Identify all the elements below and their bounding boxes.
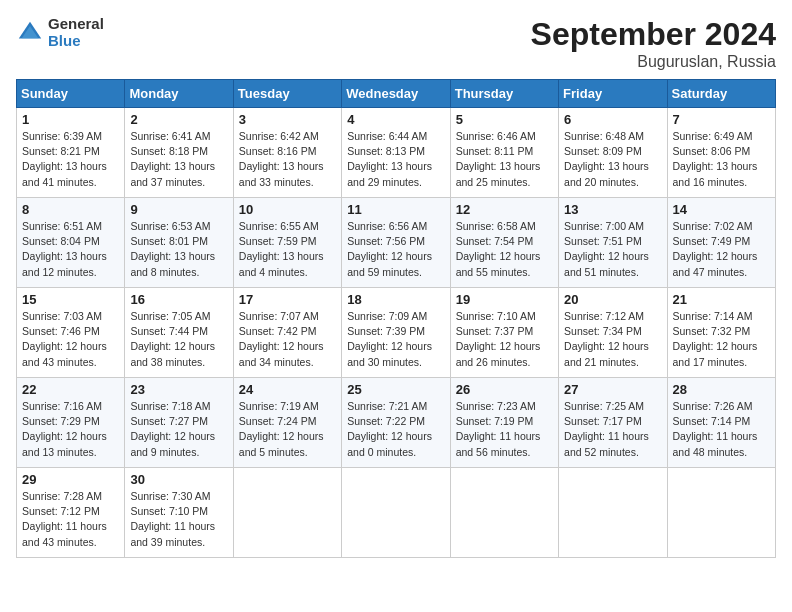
column-header-wednesday: Wednesday	[342, 80, 450, 108]
day-number: 9	[130, 202, 227, 217]
day-detail: Sunrise: 7:02 AMSunset: 7:49 PMDaylight:…	[673, 219, 770, 280]
calendar-day-10: 10Sunrise: 6:55 AMSunset: 7:59 PMDayligh…	[233, 198, 341, 288]
calendar-header-row: SundayMondayTuesdayWednesdayThursdayFrid…	[17, 80, 776, 108]
day-number: 3	[239, 112, 336, 127]
day-number: 15	[22, 292, 119, 307]
page-title: September 2024	[531, 16, 776, 53]
column-header-sunday: Sunday	[17, 80, 125, 108]
calendar-day-16: 16Sunrise: 7:05 AMSunset: 7:44 PMDayligh…	[125, 288, 233, 378]
day-number: 27	[564, 382, 661, 397]
column-header-tuesday: Tuesday	[233, 80, 341, 108]
day-detail: Sunrise: 7:21 AMSunset: 7:22 PMDaylight:…	[347, 399, 444, 460]
calendar-week-row: 1Sunrise: 6:39 AMSunset: 8:21 PMDaylight…	[17, 108, 776, 198]
day-number: 24	[239, 382, 336, 397]
calendar-day-8: 8Sunrise: 6:51 AMSunset: 8:04 PMDaylight…	[17, 198, 125, 288]
day-number: 13	[564, 202, 661, 217]
column-header-friday: Friday	[559, 80, 667, 108]
calendar-day-1: 1Sunrise: 6:39 AMSunset: 8:21 PMDaylight…	[17, 108, 125, 198]
day-number: 26	[456, 382, 553, 397]
day-number: 6	[564, 112, 661, 127]
day-detail: Sunrise: 7:28 AMSunset: 7:12 PMDaylight:…	[22, 489, 119, 550]
column-header-saturday: Saturday	[667, 80, 775, 108]
calendar-day-18: 18Sunrise: 7:09 AMSunset: 7:39 PMDayligh…	[342, 288, 450, 378]
page-header: General Blue September 2024 Buguruslan, …	[16, 16, 776, 71]
day-detail: Sunrise: 7:18 AMSunset: 7:27 PMDaylight:…	[130, 399, 227, 460]
calendar-day-28: 28Sunrise: 7:26 AMSunset: 7:14 PMDayligh…	[667, 378, 775, 468]
day-number: 28	[673, 382, 770, 397]
calendar-day-empty	[450, 468, 558, 558]
day-detail: Sunrise: 6:58 AMSunset: 7:54 PMDaylight:…	[456, 219, 553, 280]
day-number: 5	[456, 112, 553, 127]
day-number: 12	[456, 202, 553, 217]
column-header-thursday: Thursday	[450, 80, 558, 108]
calendar-day-3: 3Sunrise: 6:42 AMSunset: 8:16 PMDaylight…	[233, 108, 341, 198]
calendar-day-5: 5Sunrise: 6:46 AMSunset: 8:11 PMDaylight…	[450, 108, 558, 198]
day-detail: Sunrise: 6:46 AMSunset: 8:11 PMDaylight:…	[456, 129, 553, 190]
calendar-day-empty	[559, 468, 667, 558]
logo-text: General Blue	[48, 16, 104, 49]
calendar-day-empty	[342, 468, 450, 558]
day-number: 19	[456, 292, 553, 307]
calendar-day-29: 29Sunrise: 7:28 AMSunset: 7:12 PMDayligh…	[17, 468, 125, 558]
column-header-monday: Monday	[125, 80, 233, 108]
day-detail: Sunrise: 6:42 AMSunset: 8:16 PMDaylight:…	[239, 129, 336, 190]
day-number: 14	[673, 202, 770, 217]
day-detail: Sunrise: 7:10 AMSunset: 7:37 PMDaylight:…	[456, 309, 553, 370]
calendar-day-6: 6Sunrise: 6:48 AMSunset: 8:09 PMDaylight…	[559, 108, 667, 198]
day-number: 2	[130, 112, 227, 127]
day-number: 29	[22, 472, 119, 487]
day-detail: Sunrise: 6:53 AMSunset: 8:01 PMDaylight:…	[130, 219, 227, 280]
calendar-day-empty	[233, 468, 341, 558]
calendar-day-24: 24Sunrise: 7:19 AMSunset: 7:24 PMDayligh…	[233, 378, 341, 468]
logo-icon	[16, 19, 44, 47]
calendar-week-row: 15Sunrise: 7:03 AMSunset: 7:46 PMDayligh…	[17, 288, 776, 378]
calendar-day-14: 14Sunrise: 7:02 AMSunset: 7:49 PMDayligh…	[667, 198, 775, 288]
logo: General Blue	[16, 16, 104, 49]
day-detail: Sunrise: 6:48 AMSunset: 8:09 PMDaylight:…	[564, 129, 661, 190]
calendar-day-2: 2Sunrise: 6:41 AMSunset: 8:18 PMDaylight…	[125, 108, 233, 198]
day-number: 4	[347, 112, 444, 127]
day-detail: Sunrise: 7:00 AMSunset: 7:51 PMDaylight:…	[564, 219, 661, 280]
day-detail: Sunrise: 7:12 AMSunset: 7:34 PMDaylight:…	[564, 309, 661, 370]
calendar-day-23: 23Sunrise: 7:18 AMSunset: 7:27 PMDayligh…	[125, 378, 233, 468]
day-number: 8	[22, 202, 119, 217]
day-detail: Sunrise: 7:14 AMSunset: 7:32 PMDaylight:…	[673, 309, 770, 370]
calendar-day-11: 11Sunrise: 6:56 AMSunset: 7:56 PMDayligh…	[342, 198, 450, 288]
day-detail: Sunrise: 7:26 AMSunset: 7:14 PMDaylight:…	[673, 399, 770, 460]
title-block: September 2024 Buguruslan, Russia	[531, 16, 776, 71]
day-number: 30	[130, 472, 227, 487]
day-number: 18	[347, 292, 444, 307]
calendar-day-30: 30Sunrise: 7:30 AMSunset: 7:10 PMDayligh…	[125, 468, 233, 558]
day-number: 22	[22, 382, 119, 397]
calendar-day-19: 19Sunrise: 7:10 AMSunset: 7:37 PMDayligh…	[450, 288, 558, 378]
calendar-day-27: 27Sunrise: 7:25 AMSunset: 7:17 PMDayligh…	[559, 378, 667, 468]
day-number: 1	[22, 112, 119, 127]
day-detail: Sunrise: 6:41 AMSunset: 8:18 PMDaylight:…	[130, 129, 227, 190]
calendar-day-22: 22Sunrise: 7:16 AMSunset: 7:29 PMDayligh…	[17, 378, 125, 468]
day-detail: Sunrise: 6:44 AMSunset: 8:13 PMDaylight:…	[347, 129, 444, 190]
calendar-table: SundayMondayTuesdayWednesdayThursdayFrid…	[16, 79, 776, 558]
day-detail: Sunrise: 6:55 AMSunset: 7:59 PMDaylight:…	[239, 219, 336, 280]
calendar-day-empty	[667, 468, 775, 558]
day-detail: Sunrise: 7:16 AMSunset: 7:29 PMDaylight:…	[22, 399, 119, 460]
day-number: 11	[347, 202, 444, 217]
calendar-week-row: 22Sunrise: 7:16 AMSunset: 7:29 PMDayligh…	[17, 378, 776, 468]
day-detail: Sunrise: 7:30 AMSunset: 7:10 PMDaylight:…	[130, 489, 227, 550]
day-detail: Sunrise: 6:56 AMSunset: 7:56 PMDaylight:…	[347, 219, 444, 280]
day-detail: Sunrise: 6:51 AMSunset: 8:04 PMDaylight:…	[22, 219, 119, 280]
calendar-week-row: 29Sunrise: 7:28 AMSunset: 7:12 PMDayligh…	[17, 468, 776, 558]
calendar-day-17: 17Sunrise: 7:07 AMSunset: 7:42 PMDayligh…	[233, 288, 341, 378]
calendar-day-15: 15Sunrise: 7:03 AMSunset: 7:46 PMDayligh…	[17, 288, 125, 378]
page-subtitle: Buguruslan, Russia	[531, 53, 776, 71]
day-number: 25	[347, 382, 444, 397]
day-number: 10	[239, 202, 336, 217]
calendar-day-7: 7Sunrise: 6:49 AMSunset: 8:06 PMDaylight…	[667, 108, 775, 198]
calendar-day-12: 12Sunrise: 6:58 AMSunset: 7:54 PMDayligh…	[450, 198, 558, 288]
day-detail: Sunrise: 7:03 AMSunset: 7:46 PMDaylight:…	[22, 309, 119, 370]
day-number: 20	[564, 292, 661, 307]
day-detail: Sunrise: 7:25 AMSunset: 7:17 PMDaylight:…	[564, 399, 661, 460]
calendar-day-4: 4Sunrise: 6:44 AMSunset: 8:13 PMDaylight…	[342, 108, 450, 198]
day-number: 21	[673, 292, 770, 307]
day-detail: Sunrise: 6:39 AMSunset: 8:21 PMDaylight:…	[22, 129, 119, 190]
calendar-day-13: 13Sunrise: 7:00 AMSunset: 7:51 PMDayligh…	[559, 198, 667, 288]
